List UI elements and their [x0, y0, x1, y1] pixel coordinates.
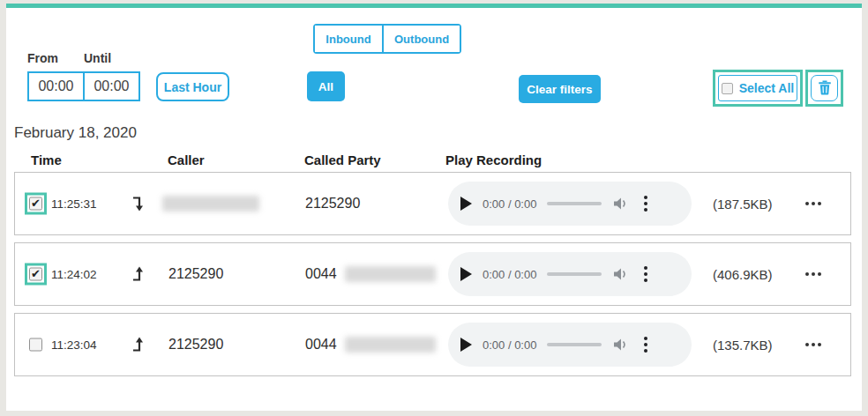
- row-checkbox[interactable]: [29, 197, 42, 211]
- volume-icon[interactable]: [612, 197, 630, 211]
- play-icon[interactable]: [460, 338, 472, 352]
- column-header-time: Time: [31, 152, 62, 167]
- delete-button[interactable]: [811, 75, 838, 101]
- audio-player: 0:00 / 0:00: [448, 323, 692, 367]
- last-hour-button[interactable]: Last Hour: [156, 72, 229, 101]
- caller-redacted: [162, 196, 259, 212]
- audio-player: 0:00 / 0:00: [448, 252, 692, 296]
- call-direction-icon: [131, 196, 145, 212]
- column-header-caller: Caller: [168, 152, 205, 167]
- call-time: 11:23:04: [51, 338, 97, 352]
- select-all-label: Select All: [739, 81, 795, 95]
- play-icon[interactable]: [460, 197, 472, 211]
- until-time-input[interactable]: [83, 71, 140, 101]
- player-kebab-menu-icon[interactable]: [640, 264, 651, 284]
- column-header-called-party: Called Party: [304, 152, 381, 167]
- until-label: Until: [84, 51, 111, 65]
- row-checkbox-frame: [25, 264, 47, 286]
- player-seek-bar[interactable]: [547, 272, 602, 276]
- called-party-prefix: 0044: [305, 266, 337, 282]
- date-header: February 18, 2020: [14, 124, 137, 142]
- recordings-list: 11:25:31 2125290 0:00 / 0:00 (187.5KB): [14, 172, 851, 383]
- select-all-highlight-frame: Select All: [713, 70, 803, 107]
- player-seek-bar[interactable]: [547, 202, 602, 205]
- call-direction-icon: [131, 337, 145, 353]
- player-time: 0:00 / 0:00: [483, 197, 536, 211]
- player-time: 0:00 / 0:00: [483, 268, 536, 281]
- recording-row: 11:23:04 2125290 0044 0:00 / 0:00 (135.7…: [14, 313, 851, 376]
- called-party: 2125290: [305, 196, 360, 212]
- select-all-button[interactable]: Select All: [718, 75, 797, 101]
- file-size: (187.5KB): [713, 197, 773, 212]
- direction-tabs: Inbound Outbound: [313, 24, 461, 54]
- row-options-icon[interactable]: [804, 339, 823, 350]
- column-header-play-recording: Play Recording: [445, 152, 542, 167]
- player-time: 0:00 / 0:00: [483, 338, 536, 352]
- called-party-prefix: 0044: [305, 337, 337, 353]
- all-button[interactable]: All: [307, 71, 345, 101]
- audio-player: 0:00 / 0:00: [448, 182, 692, 226]
- player-kebab-menu-icon[interactable]: [640, 194, 651, 213]
- play-icon[interactable]: [460, 267, 472, 281]
- call-time: 11:24:02: [51, 268, 97, 281]
- recordings-panel: From Until Last Hour Inbound Outbound Al…: [6, 4, 862, 411]
- player-kebab-menu-icon[interactable]: [640, 335, 651, 354]
- filter-bar: From Until Last Hour Inbound Outbound Al…: [6, 8, 862, 121]
- select-all-checkbox[interactable]: [722, 83, 733, 94]
- call-direction-icon: [131, 266, 145, 283]
- call-time: 11:25:31: [51, 197, 97, 211]
- recording-row: 11:24:02 2125290 0044 0:00 / 0:00 (406.9…: [14, 242, 851, 306]
- caller: 2125290: [168, 337, 223, 353]
- tab-inbound[interactable]: Inbound: [315, 26, 382, 52]
- from-label: From: [27, 51, 58, 65]
- trash-highlight-frame: [805, 70, 843, 107]
- clear-filters-button[interactable]: Clear filters: [519, 75, 601, 103]
- caller: 2125290: [168, 266, 223, 282]
- row-checkbox[interactable]: [29, 268, 42, 281]
- called-party-redacted: [345, 337, 436, 353]
- row-options-icon[interactable]: [804, 269, 823, 279]
- file-size: (406.9KB): [713, 267, 773, 282]
- volume-icon[interactable]: [612, 267, 630, 281]
- player-seek-bar[interactable]: [547, 343, 602, 346]
- recording-row: 11:25:31 2125290 0:00 / 0:00 (187.5KB): [14, 172, 851, 235]
- trash-icon: [816, 78, 834, 99]
- row-checkbox-frame: [25, 334, 47, 356]
- file-size: (135.7KB): [713, 338, 773, 353]
- row-checkbox[interactable]: [29, 338, 42, 352]
- row-checkbox-frame: [25, 193, 47, 215]
- time-range-inputs: [27, 71, 140, 101]
- volume-icon[interactable]: [612, 338, 630, 352]
- row-options-icon[interactable]: [804, 198, 823, 209]
- called-party-redacted: [345, 266, 436, 282]
- from-time-input[interactable]: [27, 71, 85, 101]
- tab-outbound[interactable]: Outbound: [382, 26, 460, 52]
